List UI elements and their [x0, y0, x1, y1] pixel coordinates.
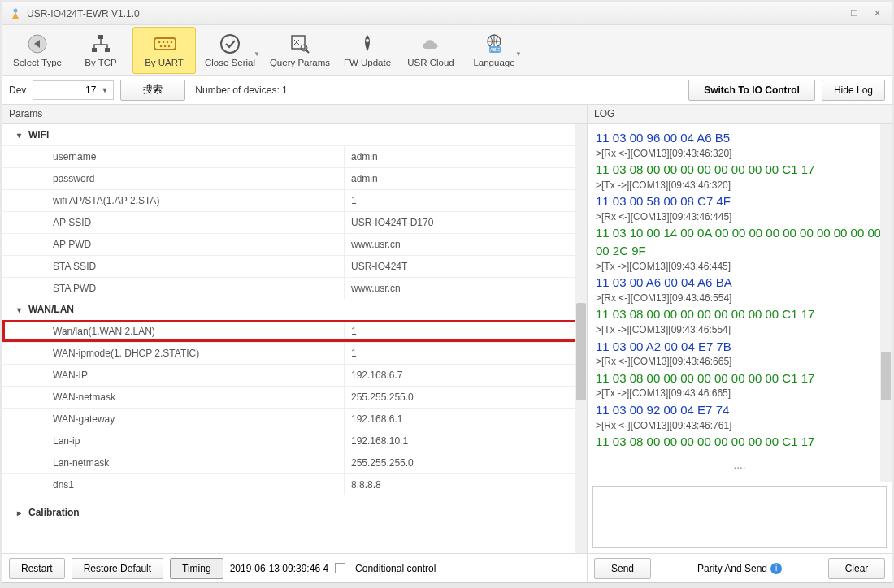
param-row[interactable]: AP SSIDUSR-IO424T-D170 [2, 211, 587, 233]
param-value[interactable]: USR-IO424T-D170 [344, 212, 587, 233]
hide-log-button[interactable]: Hide Log [822, 80, 885, 101]
log-line: >[Rx <-][COM13][09:43:46:554] [596, 292, 883, 305]
select-type-button[interactable]: Select Type [6, 27, 69, 74]
clear-button[interactable]: Clear [828, 558, 885, 579]
checkmark-icon [219, 32, 241, 55]
language-button[interactable]: ABC Language ▼ [462, 27, 526, 74]
params-body: ▾ WiFi usernameadminpasswordadminwifi AP… [2, 124, 587, 553]
param-row[interactable]: usernameadmin [2, 145, 587, 167]
param-value[interactable]: 192.168.6.7 [344, 365, 587, 386]
dropdown-caret-icon: ▼ [254, 50, 260, 58]
fw-update-button[interactable]: FW Update [336, 27, 399, 74]
svg-point-7 [163, 41, 165, 44]
param-row[interactable]: Lan-ip192.168.10.1 [2, 430, 587, 452]
param-label: AP PWD [2, 234, 344, 255]
svg-point-10 [160, 45, 163, 48]
param-label: WAN-netmask [2, 387, 344, 408]
svg-point-9 [171, 41, 173, 44]
param-value[interactable]: www.usr.cn [344, 278, 587, 299]
param-row[interactable]: dns18.8.8.8 [2, 473, 587, 495]
params-scrollbar[interactable] [575, 124, 587, 553]
close-serial-button[interactable]: Close Serial ▼ [196, 27, 264, 74]
log-line: 11 03 00 96 00 04 A6 B5 [596, 129, 883, 147]
send-button[interactable]: Send [594, 558, 651, 579]
param-row[interactable]: Lan-netmask255.255.255.0 [2, 452, 587, 473]
param-label: WAN-IP [2, 365, 344, 386]
timestamp-label: 2019-06-13 09:39:46 4 [230, 563, 328, 574]
param-row[interactable]: STA SSIDUSR-IO424T [2, 255, 587, 277]
param-row[interactable]: STA PWDwww.usr.cn [2, 277, 587, 299]
close-button[interactable]: ✕ [869, 7, 885, 20]
param-value[interactable]: 255.255.255.0 [344, 387, 587, 408]
param-value[interactable]: www.usr.cn [344, 234, 587, 255]
by-tcp-button[interactable]: By TCP [69, 27, 132, 74]
param-row[interactable]: passwordadmin [2, 167, 587, 189]
restore-default-button[interactable]: Restore Default [72, 558, 163, 579]
query-params-button[interactable]: Query Params [264, 27, 336, 74]
log-line: >[Tx ->][COM13][09:43:46:320] [596, 179, 883, 192]
param-label: STA PWD [2, 278, 344, 299]
log-line: 11 03 08 00 00 00 00 00 00 00 00 C1 17 [596, 161, 883, 179]
dropdown-caret-icon: ▼ [515, 50, 522, 58]
group-wanlan[interactable]: ▾ WAN/LAN [2, 299, 587, 320]
usr-cloud-button[interactable]: USR Cloud [399, 27, 462, 74]
param-value[interactable]: admin [344, 168, 587, 189]
log-scrollbar[interactable] [880, 124, 892, 482]
log-line: 11 03 08 00 00 00 00 00 00 00 00 C1 17 [596, 433, 883, 451]
switch-io-button[interactable]: Switch To IO Control [688, 80, 815, 101]
info-icon[interactable]: i [770, 563, 782, 574]
param-row[interactable]: WAN-gateway192.168.6.1 [2, 408, 587, 430]
param-row[interactable]: Wan/lan(1.WAN 2.LAN)1 [2, 320, 587, 342]
query-icon [289, 32, 311, 55]
num-devices-label: Number of devices: 1 [195, 84, 287, 96]
param-value[interactable]: USR-IO424T [344, 256, 587, 277]
param-row[interactable]: WAN-IP192.168.6.7 [2, 364, 587, 386]
svg-point-12 [168, 45, 171, 48]
svg-point-15 [301, 45, 307, 51]
log-more-indicator: .... [596, 457, 883, 473]
timing-button[interactable]: Timing [170, 558, 224, 579]
search-button[interactable]: 搜索 [120, 80, 185, 101]
group-wifi[interactable]: ▾ WiFi [2, 124, 587, 145]
restart-button[interactable]: Restart [9, 558, 65, 579]
log-line: 11 03 00 A2 00 04 E7 7B [596, 338, 883, 356]
log-header: LOG [588, 105, 892, 124]
param-row[interactable]: WAN-netmask255.255.255.0 [2, 386, 587, 408]
param-value[interactable]: 8.8.8.8 [344, 474, 587, 495]
maximize-button[interactable]: ☐ [846, 7, 862, 20]
param-row[interactable]: AP PWDwww.usr.cn [2, 233, 587, 255]
svg-point-13 [221, 35, 239, 53]
param-value[interactable]: 1 [344, 190, 587, 211]
dev-select[interactable]: 17 ▼ [33, 80, 114, 100]
serial-port-icon [153, 32, 176, 55]
parity-send-label[interactable]: Parity And Send [697, 563, 767, 574]
param-row[interactable]: wifi AP/STA(1.AP 2.STA)1 [2, 189, 587, 211]
minimize-button[interactable]: — [823, 7, 840, 20]
log-line: 11 03 08 00 00 00 00 00 00 00 00 C1 17 [596, 370, 883, 387]
dev-label: Dev [9, 84, 26, 96]
param-value[interactable]: 255.255.255.0 [344, 452, 587, 473]
log-line: >[Tx ->][COM13][09:43:46:665] [596, 387, 883, 400]
log-send-input[interactable] [592, 486, 887, 548]
param-row[interactable]: WAN-ipmode(1. DHCP 2.STATIC)1 [2, 342, 587, 364]
device-bar: Dev 17 ▼ 搜索 Number of devices: 1 Switch … [2, 76, 892, 105]
by-uart-button[interactable]: By UART [132, 27, 196, 74]
svg-text:ABC: ABC [490, 47, 501, 52]
log-body: 11 03 00 96 00 04 A6 B5>[Rx <-][COM13][0… [588, 124, 892, 482]
param-value[interactable]: admin [344, 146, 587, 167]
group-calibration[interactable]: ▸ Calibration [2, 502, 587, 523]
param-label: STA SSID [2, 256, 344, 277]
param-label: Wan/lan(1.WAN 2.LAN) [2, 321, 344, 342]
log-pane: LOG 11 03 00 96 00 04 A6 B5>[Rx <-][COM1… [588, 105, 892, 582]
param-value[interactable]: 1 [344, 321, 587, 342]
log-line: 11 03 08 00 00 00 00 00 00 00 00 C1 17 [596, 305, 883, 323]
rocket-icon [356, 32, 379, 55]
param-value[interactable]: 192.168.6.1 [344, 409, 587, 430]
param-value[interactable]: 192.168.10.1 [344, 430, 587, 452]
log-line: >[Rx <-][COM13][09:43:46:445] [596, 210, 883, 224]
params-footer: Restart Restore Default Timing 2019-06-1… [2, 553, 587, 582]
svg-rect-5 [154, 38, 176, 50]
cond-ctrl-checkbox[interactable] [335, 563, 345, 573]
param-value[interactable]: 1 [344, 343, 587, 364]
chevron-down-icon: ▼ [101, 86, 108, 94]
